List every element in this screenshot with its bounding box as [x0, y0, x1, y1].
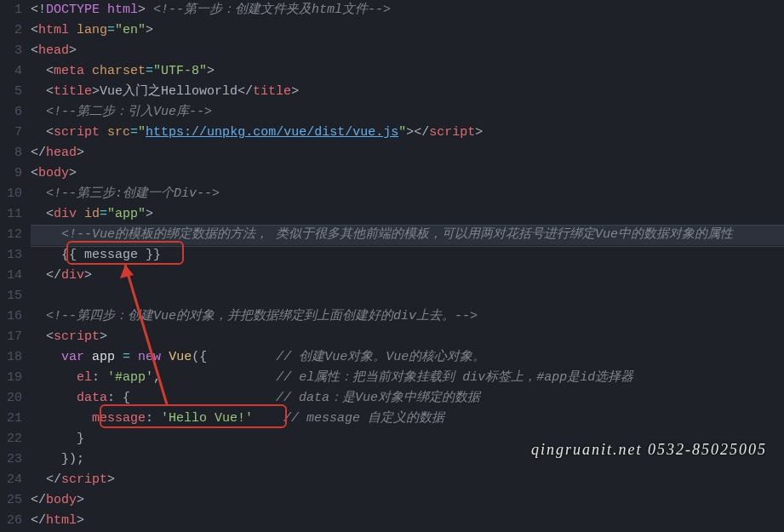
- code-line[interactable]: <meta charset="UTF-8">: [31, 61, 784, 82]
- line-number: 22: [0, 429, 22, 449]
- code-line[interactable]: <title>Vue入门之Helloworld</title>: [31, 82, 784, 102]
- code-line[interactable]: <body>: [31, 163, 784, 184]
- line-number: 25: [0, 490, 22, 511]
- line-number: 13: [0, 245, 22, 266]
- code-line[interactable]: <!--第四步：创建Vue的对象，并把数据绑定到上面创建好的div上去。-->: [31, 306, 784, 327]
- line-number: 2: [0, 20, 22, 41]
- line-number: 3: [0, 41, 22, 61]
- code-line[interactable]: <!--第三步:创建一个Div-->: [31, 184, 784, 204]
- line-number: 21: [0, 409, 22, 429]
- line-number: 8: [0, 143, 22, 163]
- code-line[interactable]: <div id="app">: [31, 204, 784, 225]
- line-number: 10: [0, 184, 22, 204]
- line-number: 17: [0, 327, 22, 347]
- code-line[interactable]: <!--第二步：引入Vue库-->: [31, 102, 784, 123]
- code-line[interactable]: data: { // data：是Vue对象中绑定的数据: [31, 388, 784, 409]
- code-line[interactable]: <html lang="en">: [31, 20, 784, 41]
- line-number: 11: [0, 204, 22, 225]
- code-line[interactable]: var app = new Vue({ // 创建Vue对象。Vue的核心对象。: [31, 347, 784, 368]
- watermark-text: qingruanit.net 0532-85025005: [531, 439, 767, 460]
- code-line[interactable]: [31, 286, 784, 306]
- code-line[interactable]: <head>: [31, 41, 784, 61]
- line-number: 20: [0, 388, 22, 409]
- code-line[interactable]: <script src="https://unpkg.com/vue/dist/…: [31, 123, 784, 143]
- code-line[interactable]: {{ message }}: [31, 245, 784, 266]
- code-line[interactable]: </head>: [31, 143, 784, 163]
- line-number: 1: [0, 0, 22, 20]
- code-line[interactable]: </div>: [31, 266, 784, 286]
- line-number: 7: [0, 123, 22, 143]
- line-number: 15: [0, 286, 22, 306]
- code-line[interactable]: </body>: [31, 490, 784, 511]
- code-line[interactable]: message: 'Hello Vue!' // message 自定义的数据: [31, 409, 784, 429]
- line-number: 12: [0, 225, 22, 245]
- line-number: 26: [0, 511, 22, 531]
- line-number: 16: [0, 306, 22, 327]
- line-number-gutter: 1234567891011121314151617181920212223242…: [0, 0, 31, 531]
- code-line[interactable]: </script>: [31, 470, 784, 490]
- line-number: 24: [0, 470, 22, 490]
- code-line[interactable]: <!DOCTYPE html> <!--第一步：创建文件夹及html文件-->: [31, 0, 784, 20]
- line-number: 5: [0, 82, 22, 102]
- line-number: 14: [0, 266, 22, 286]
- code-line-active[interactable]: <!--Vue的模板的绑定数据的方法， 类似于很多其他前端的模板，可以用两对花括…: [31, 225, 784, 245]
- line-number: 9: [0, 163, 22, 184]
- code-line[interactable]: <script>: [31, 327, 784, 347]
- line-number: 4: [0, 61, 22, 82]
- line-number: 6: [0, 102, 22, 123]
- line-number: 19: [0, 368, 22, 388]
- line-number: 23: [0, 449, 22, 470]
- line-number: 18: [0, 347, 22, 368]
- code-line[interactable]: el: '#app', // el属性：把当前对象挂载到 div标签上，#app…: [31, 368, 784, 388]
- code-line[interactable]: </html>: [31, 511, 784, 531]
